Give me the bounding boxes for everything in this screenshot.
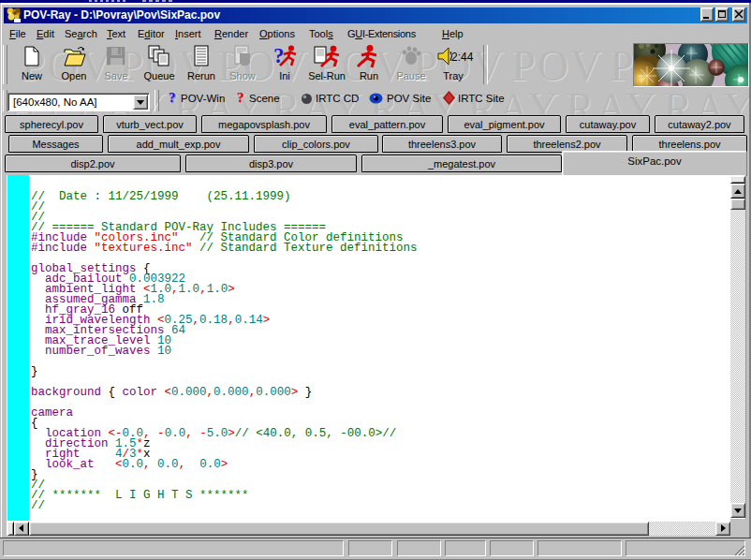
svg-text:2:44: 2:44	[451, 51, 474, 64]
